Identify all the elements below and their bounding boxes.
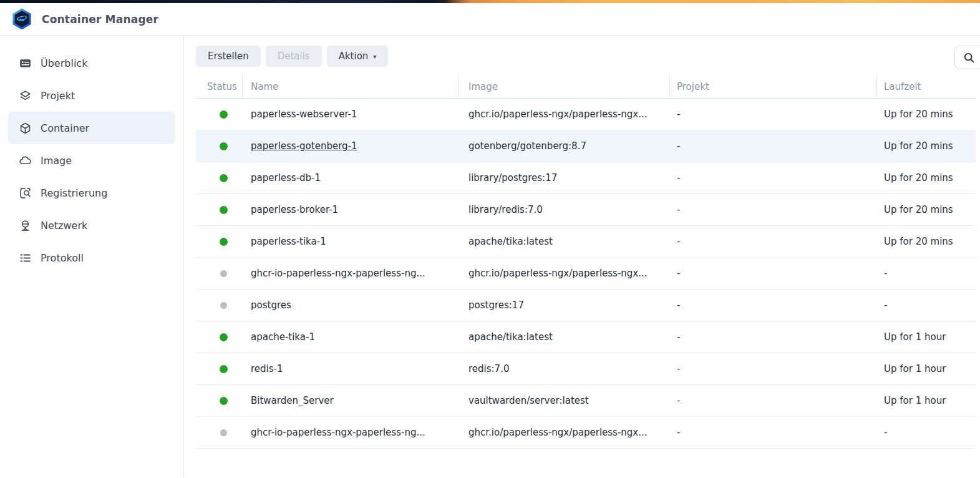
- container-project: -: [677, 140, 680, 152]
- container-name[interactable]: apache-tika-1: [251, 331, 315, 343]
- cell-name: paperless-db-1: [243, 172, 459, 183]
- search-icon: [963, 52, 975, 64]
- cloud-icon: [19, 154, 32, 167]
- container-name[interactable]: redis-1: [251, 363, 283, 374]
- column-header-projekt[interactable]: Projekt: [670, 76, 877, 98]
- main-panel: Erstellen Details Aktion ▾ Status Name I…: [184, 36, 980, 477]
- details-button[interactable]: Details: [266, 46, 322, 67]
- status-dot: [220, 238, 228, 246]
- table-row[interactable]: paperless-webserver-1 ghcr.io/paperless-…: [196, 99, 976, 130]
- cell-status: [196, 142, 243, 150]
- create-button[interactable]: Erstellen: [196, 46, 261, 67]
- container-project: -: [677, 427, 680, 438]
- cell-image: postgres:17: [459, 300, 670, 311]
- cell-status: [196, 270, 243, 277]
- cell-name: ghcr-io-paperless-ngx-paperless-ng...: [243, 427, 459, 438]
- toolbar: Erstellen Details Aktion ▾: [196, 46, 980, 67]
- container-name[interactable]: ghcr-io-paperless-ngx-paperless-ng...: [251, 427, 425, 438]
- container-name[interactable]: paperless-gotenberg-1: [251, 140, 357, 152]
- container-runtime: Up for 1 hour: [884, 363, 946, 374]
- table-row[interactable]: ghcr-io-paperless-ngx-paperless-ng... gh…: [196, 258, 976, 290]
- table-row[interactable]: paperless-broker-1 library/redis:7.0 - U…: [196, 194, 976, 226]
- container-manager-app-icon: [12, 7, 32, 31]
- cell-name: paperless-webserver-1: [243, 109, 459, 120]
- column-header-image[interactable]: Image: [459, 76, 670, 98]
- cell-projekt: -: [670, 300, 877, 311]
- cell-laufzeit: -: [877, 427, 976, 438]
- container-name[interactable]: postgres: [251, 300, 291, 311]
- container-name[interactable]: paperless-broker-1: [251, 204, 338, 215]
- table-body: paperless-webserver-1 ghcr.io/paperless-…: [196, 99, 976, 449]
- cell-laufzeit: -: [877, 300, 976, 311]
- container-icon: [19, 122, 32, 135]
- container-name[interactable]: paperless-tika-1: [251, 236, 326, 247]
- column-header-name[interactable]: Name: [243, 76, 459, 98]
- cell-image: ghcr.io/paperless-ngx/paperless-ngx...: [459, 109, 670, 120]
- sidebar-item-image[interactable]: Image: [8, 144, 175, 177]
- container-image: library/postgres:17: [468, 172, 557, 183]
- table-row[interactable]: apache-tika-1 apache/tika:latest - Up fo…: [196, 321, 976, 353]
- cell-laufzeit: Up for 20 mins: [877, 140, 976, 152]
- container-project: -: [677, 204, 680, 215]
- cell-name: ghcr-io-paperless-ngx-paperless-ng...: [243, 268, 459, 279]
- cell-laufzeit: -: [877, 268, 976, 279]
- container-name[interactable]: Bitwarden_Server: [251, 395, 334, 406]
- action-dropdown-button[interactable]: Aktion ▾: [327, 46, 389, 67]
- container-image: ghcr.io/paperless-ngx/paperless-ngx...: [468, 268, 648, 279]
- container-runtime: Up for 1 hour: [884, 331, 946, 343]
- table-row[interactable]: paperless-gotenberg-1 gotenberg/gotenber…: [196, 130, 976, 162]
- sidebar-item-label: Registrierung: [41, 187, 107, 199]
- table-row[interactable]: Bitwarden_Server vaultwarden/server:late…: [196, 385, 976, 417]
- cell-name: paperless-broker-1: [243, 204, 459, 215]
- container-runtime: Up for 1 hour: [884, 395, 946, 406]
- sidebar-item-registrierung[interactable]: Registrierung: [8, 177, 175, 209]
- sidebar-item-netzwerk[interactable]: Netzwerk: [8, 209, 175, 241]
- cell-name: Bitwarden_Server: [243, 395, 459, 406]
- container-project: -: [677, 395, 680, 406]
- cell-image: gotenberg/gotenberg:8.7: [459, 140, 670, 152]
- column-header-status[interactable]: Status: [196, 76, 243, 98]
- table-row[interactable]: postgres postgres:17 - -: [196, 290, 976, 321]
- sidebar-item-ueberblick[interactable]: Überblick: [8, 47, 175, 79]
- status-dot: [220, 397, 228, 405]
- container-name[interactable]: paperless-db-1: [251, 172, 321, 183]
- cell-status: [196, 365, 243, 373]
- search-button[interactable]: [954, 46, 980, 69]
- cell-image: ghcr.io/paperless-ngx/paperless-ngx...: [459, 427, 670, 438]
- table-row[interactable]: paperless-db-1 library/postgres:17 - Up …: [196, 162, 976, 194]
- container-runtime: Up for 20 mins: [884, 204, 953, 215]
- caret-down-icon: ▾: [373, 53, 376, 60]
- cell-laufzeit: Up for 1 hour: [877, 395, 976, 406]
- cell-name: redis-1: [243, 363, 459, 374]
- table-row[interactable]: paperless-tika-1 apache/tika:latest - Up…: [196, 226, 976, 258]
- container-runtime: -: [884, 268, 887, 279]
- sidebar-item-protokoll[interactable]: Protokoll: [8, 241, 175, 274]
- container-image: postgres:17: [468, 300, 524, 311]
- container-project: -: [677, 363, 680, 374]
- container-image: vaultwarden/server:latest: [468, 395, 589, 406]
- container-name[interactable]: paperless-webserver-1: [251, 109, 357, 120]
- cell-projekt: -: [670, 109, 877, 120]
- sidebar-item-label: Überblick: [41, 57, 87, 69]
- sidebar-item-container[interactable]: Container: [8, 112, 175, 144]
- cell-projekt: -: [670, 236, 877, 247]
- app-header: Container Manager: [0, 3, 980, 36]
- cell-image: library/redis:7.0: [459, 204, 670, 215]
- cell-status: [196, 333, 243, 341]
- container-image: redis:7.0: [468, 363, 509, 374]
- app-title: Container Manager: [42, 13, 158, 26]
- status-dot: [220, 365, 228, 373]
- status-dot: [220, 110, 228, 119]
- container-project: -: [677, 236, 680, 247]
- sidebar-item-projekt[interactable]: Projekt: [8, 79, 175, 112]
- details-button-label: Details: [278, 51, 310, 62]
- container-runtime: Up for 20 mins: [884, 140, 953, 152]
- project-icon: [19, 89, 32, 102]
- status-dot: [220, 302, 227, 309]
- table-row[interactable]: redis-1 redis:7.0 - Up for 1 hour: [196, 353, 976, 385]
- table-row[interactable]: ghcr-io-paperless-ngx-paperless-ng... gh…: [196, 417, 976, 449]
- container-runtime: -: [884, 427, 887, 438]
- cell-image: apache/tika:latest: [459, 236, 670, 247]
- column-header-laufzeit[interactable]: Laufzeit: [877, 76, 976, 98]
- container-name[interactable]: ghcr-io-paperless-ngx-paperless-ng...: [251, 268, 425, 279]
